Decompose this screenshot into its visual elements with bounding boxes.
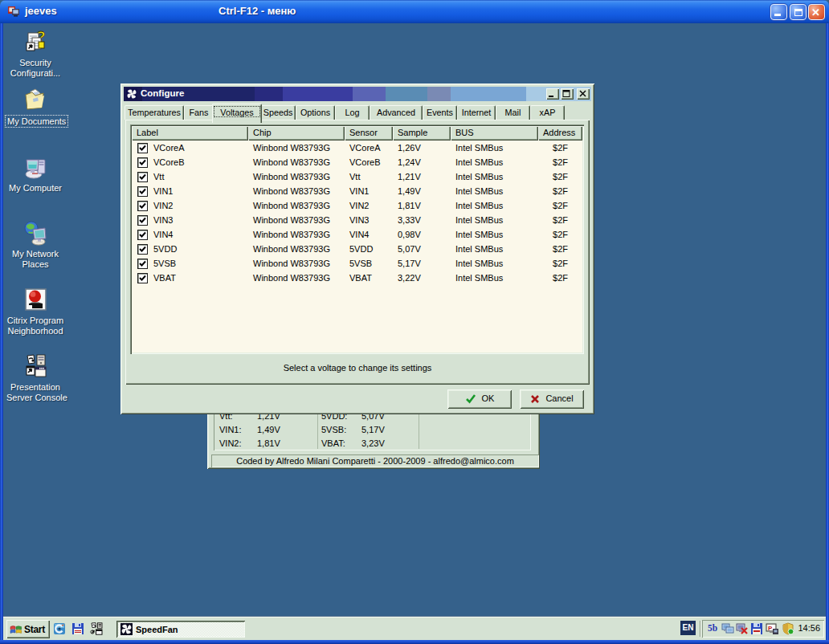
dialog-titlebar[interactable]: Configure (124, 87, 591, 101)
svg-text:P: P (768, 625, 773, 632)
checkbox-checked[interactable] (137, 244, 148, 255)
table-row[interactable]: VCoreA Winbond W83793G VCoreA 1,26V Inte… (132, 141, 582, 155)
reading-label: 5VSB: (321, 423, 346, 437)
my-computer-icon (22, 154, 48, 180)
cell-address: $2F (538, 155, 582, 169)
taskbar-separator (700, 621, 701, 637)
icon-label-line2[interactable]: Configurati... (9, 67, 62, 79)
tab-internet[interactable]: Internet (457, 105, 496, 120)
quicklaunch-internet-explorer-icon[interactable] (53, 622, 66, 635)
table-row[interactable]: Vtt Winbond W83793G Vtt 1,21V Intel SMBu… (132, 169, 582, 184)
icon-label-line2[interactable]: Places (20, 259, 50, 270)
quicklaunch-save-icon[interactable] (71, 622, 84, 635)
taskbar-task-speedfan[interactable]: SpeedFan (116, 621, 245, 638)
tray-speedfan-value[interactable]: 5b (708, 623, 717, 633)
listview-header: Label Chip Sensor Sample BUS Address (132, 126, 582, 141)
desktop-icon-my-network-places[interactable]: My Network Places (5, 220, 66, 270)
cell-label: VCoreA (153, 141, 185, 155)
cell-sample: 5,17V (393, 256, 451, 271)
column-header-chip[interactable]: Chip (248, 126, 345, 141)
tray-shield-icon[interactable] (782, 622, 794, 635)
tray-network-icon[interactable] (721, 622, 734, 635)
table-row[interactable]: 5VDD Winbond W83793G 5VDD 5,07V Intel SM… (132, 242, 582, 256)
table-row[interactable]: VIN2 Winbond W83793G VIN2 1,81V Intel SM… (132, 198, 582, 213)
checkbox-checked[interactable] (137, 186, 148, 197)
table-row[interactable]: VBAT Winbond W83793G VBAT 3,22V Intel SM… (132, 271, 582, 285)
tab-events[interactable]: Events (423, 105, 457, 120)
dialog-close-button[interactable] (577, 88, 590, 100)
tray-floppy-icon[interactable] (750, 622, 763, 635)
table-row[interactable]: VIN3 Winbond W83793G VIN3 3,33V Intel SM… (132, 213, 582, 227)
desktop-icon-my-computer[interactable]: My Computer (5, 154, 66, 194)
language-indicator[interactable]: EN (680, 621, 696, 635)
cell-bus: Intel SMBus (451, 242, 538, 256)
dialog-hint-text: Select a voltage to change its settings (125, 363, 590, 373)
icon-label-line2[interactable]: Server Console (5, 392, 69, 403)
tab-log[interactable]: Log (335, 105, 370, 120)
session-frame-right (826, 23, 829, 640)
icon-label[interactable]: My Documents (5, 115, 68, 128)
cell-sample: 3,22V (393, 271, 451, 285)
column-header-sensor[interactable]: Sensor (345, 126, 393, 141)
tray-display-icon[interactable]: P (766, 622, 778, 635)
voltages-listview[interactable]: Label Chip Sensor Sample BUS Address VCo… (130, 124, 584, 354)
start-button[interactable]: Start (6, 620, 50, 638)
dialog-minimize-button[interactable] (546, 88, 559, 100)
checkbox-checked[interactable] (137, 201, 148, 211)
checkbox-checked[interactable] (137, 172, 148, 182)
cell-address: $2F (538, 256, 582, 271)
tray-clock[interactable]: 14:56 (798, 623, 820, 633)
cell-sensor: 5VSB (345, 256, 393, 271)
cell-label: VIN1 (153, 184, 173, 198)
cancel-button[interactable]: Cancel (520, 389, 584, 409)
desktop-icon-citrix-program-neighborhood[interactable]: Citrix Program Neighborhood (5, 287, 66, 336)
table-row[interactable]: VIN1 Winbond W83793G VIN1 1,49V Intel SM… (132, 184, 582, 198)
tab-voltages[interactable]: Voltages (212, 104, 262, 123)
tab-temperatures[interactable]: Temperatures (125, 105, 184, 120)
desktop-icon-presentation-server-console[interactable]: Presentation Server Console (5, 353, 66, 403)
checkbox-checked[interactable] (137, 143, 148, 153)
tray-network-disconnected-icon[interactable] (736, 622, 749, 635)
cell-chip: Winbond W83793G (248, 242, 345, 256)
task-label: SpeedFan (136, 625, 178, 634)
session-close-button[interactable]: ✕ (808, 4, 825, 20)
quicklaunch-console-icon[interactable] (90, 622, 103, 635)
table-row[interactable]: VIN4 Winbond W83793G VIN4 0,98V Intel SM… (132, 227, 582, 242)
checkbox-checked[interactable] (137, 273, 148, 283)
tab-options[interactable]: Options (296, 105, 335, 120)
column-header-label[interactable]: Label (132, 126, 248, 141)
icon-label-line2[interactable]: Neighborhood (6, 325, 64, 336)
column-header-sample[interactable]: Sample (393, 126, 451, 141)
checkbox-checked[interactable] (137, 259, 148, 269)
minimize-icon (774, 14, 781, 16)
cell-label: Vtt (153, 169, 164, 184)
citrix-program-neighborhood-icon (22, 287, 48, 312)
checkbox-checked[interactable] (137, 230, 148, 240)
cell-chip: Winbond W83793G (248, 184, 345, 198)
tab-speeds[interactable]: Speeds (260, 105, 296, 120)
column-header-bus[interactable]: BUS (451, 126, 538, 141)
reading-value: 3,23V (361, 437, 385, 450)
table-row[interactable]: VCoreB Winbond W83793G VCoreB 1,24V Inte… (132, 155, 582, 169)
tab-advanced[interactable]: Advanced (370, 105, 423, 120)
cell-label: VCoreB (153, 155, 185, 169)
desktop-icon-my-documents[interactable]: My Documents (5, 87, 66, 128)
tab-mail[interactable]: Mail (496, 105, 530, 120)
cell-label: VIN4 (153, 227, 173, 242)
checkbox-checked[interactable] (137, 215, 148, 226)
icon-label[interactable]: My Computer (7, 182, 63, 194)
reading-value: 5,17V (361, 423, 385, 437)
tab-xap[interactable]: xAP (530, 105, 565, 120)
table-row[interactable]: 5VSB Winbond W83793G 5VSB 5,17V Intel SM… (132, 256, 582, 271)
tab-fans[interactable]: Fans (184, 105, 214, 120)
column-header-address[interactable]: Address (538, 126, 582, 141)
dialog-maximize-button[interactable] (561, 88, 574, 100)
cell-bus: Intel SMBus (451, 184, 538, 198)
reading-label: VIN2: (219, 437, 242, 450)
session-restore-button[interactable] (790, 4, 807, 20)
cell-label: VBAT (153, 271, 176, 285)
desktop-icon-security-configuration[interactable]: ? Security Configurati... (5, 29, 66, 79)
ok-button[interactable]: OK (447, 389, 512, 409)
session-minimize-button[interactable] (770, 4, 787, 20)
checkbox-checked[interactable] (137, 157, 148, 168)
